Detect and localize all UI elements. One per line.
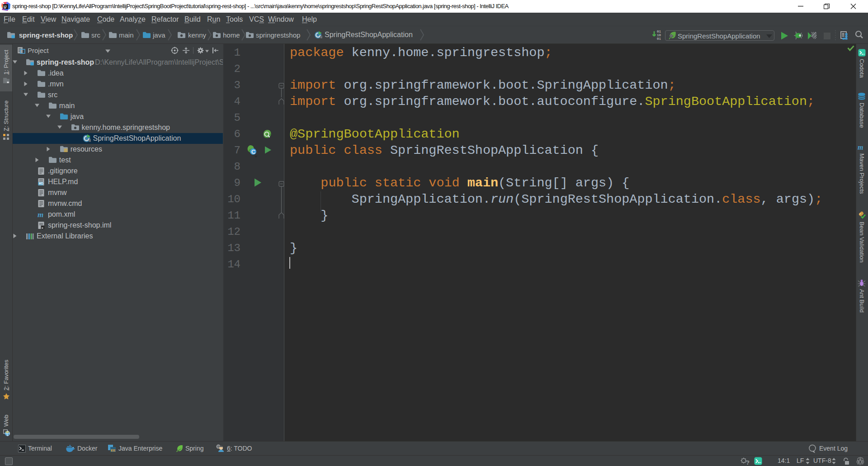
- svg-text:m: m: [858, 143, 863, 151]
- svg-text:EE: EE: [111, 448, 116, 452]
- svg-text:C: C: [251, 148, 256, 155]
- svg-text:?: ?: [746, 459, 750, 466]
- svg-text:IJ: IJ: [4, 5, 6, 9]
